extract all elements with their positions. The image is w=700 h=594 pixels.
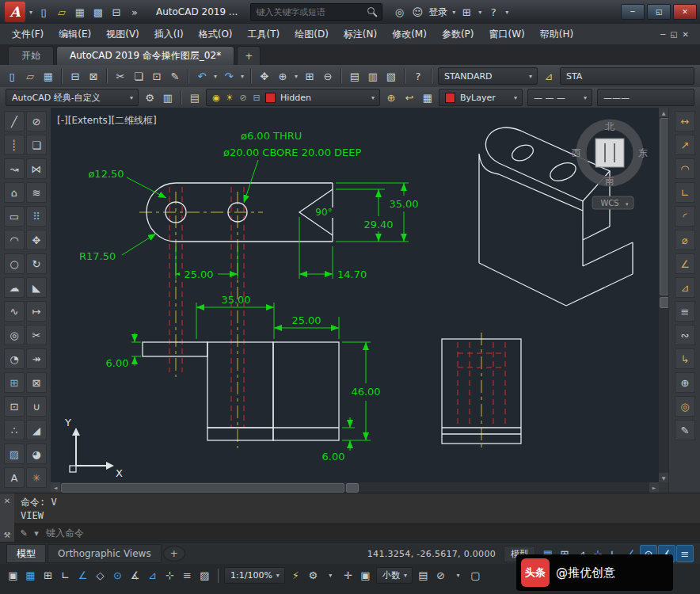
- tolerance-icon[interactable]: ⊕: [675, 372, 695, 393]
- paste-icon[interactable]: ⊡: [148, 67, 165, 85]
- menu-item-2[interactable]: 视图(V): [99, 24, 146, 44]
- stretch-icon[interactable]: ↦: [26, 301, 47, 322]
- copy-icon[interactable]: ❏: [130, 67, 147, 85]
- quick-properties-icon[interactable]: ▤: [415, 567, 432, 584]
- tab-start[interactable]: 开始: [8, 46, 54, 65]
- help-question-icon[interactable]: ?: [409, 67, 427, 85]
- dim-ordinate-icon[interactable]: ∟: [675, 182, 695, 203]
- a360-icon[interactable]: ◎: [390, 3, 408, 21]
- viewcube-south-label[interactable]: 南: [605, 175, 614, 186]
- layer-combo[interactable]: ◉☀⊘⊟ Hidden ▾: [206, 89, 380, 106]
- hatch-icon[interactable]: ▨: [4, 444, 25, 464]
- menu-item-5[interactable]: 工具(T): [241, 24, 287, 44]
- doc-minimize-icon[interactable]: ─: [660, 30, 665, 39]
- viewcube-east-label[interactable]: 东: [638, 147, 648, 158]
- lineweight-toggle-icon[interactable]: ≡: [179, 567, 196, 584]
- menu-item-4[interactable]: 格式(O): [192, 24, 240, 44]
- layer-plot-icon[interactable]: ⊟: [250, 91, 263, 104]
- fillet-icon[interactable]: ◕: [26, 444, 47, 464]
- center-mark-icon[interactable]: ◎: [675, 396, 695, 417]
- tool-palettes-icon[interactable]: ▧: [382, 67, 400, 85]
- plot-preview-icon[interactable]: ⊠: [85, 67, 102, 85]
- viewport-controls-label[interactable]: [-][Extents][二维线框]: [57, 115, 157, 126]
- command-prompt[interactable]: 键入命令: [46, 527, 84, 540]
- new-layout-button[interactable]: +: [163, 546, 185, 562]
- dyn-input-toggle-icon[interactable]: ⊹: [162, 567, 178, 584]
- trim-icon[interactable]: ✂: [26, 325, 47, 345]
- qopen-icon[interactable]: ▱: [53, 3, 70, 21]
- erase-icon[interactable]: ⊘: [26, 111, 47, 131]
- undo-caret-icon[interactable]: ▾: [211, 67, 219, 85]
- isodraft-toggle-icon[interactable]: ◇: [92, 567, 108, 584]
- store-caret-icon[interactable]: ▾: [476, 3, 484, 21]
- signin-caret-icon[interactable]: ▾: [450, 3, 458, 21]
- doc-close-icon[interactable]: ✕: [683, 30, 689, 39]
- dim-style-combo[interactable]: STA: [560, 67, 694, 85]
- menu-item-3[interactable]: 插入(I): [147, 24, 191, 44]
- zoom-window-icon[interactable]: ⊞: [301, 67, 318, 85]
- lock-ui-caret-icon[interactable]: ▾: [450, 567, 466, 584]
- move-icon[interactable]: ✥: [26, 230, 47, 250]
- lock-ui-icon[interactable]: ⊘: [432, 567, 449, 584]
- caret-icon[interactable]: ▾: [370, 94, 376, 101]
- zoom-previous-icon[interactable]: ⊖: [319, 67, 337, 85]
- polygon-icon[interactable]: ⌂: [4, 182, 25, 203]
- qnew-icon[interactable]: ▯: [35, 3, 52, 21]
- point-icon[interactable]: ∴: [4, 420, 25, 440]
- line-tool-icon[interactable]: ╱: [4, 111, 25, 131]
- menu-item-1[interactable]: 编辑(E): [51, 24, 98, 44]
- dim-aligned-icon[interactable]: ↗: [675, 135, 695, 155]
- qsave-icon[interactable]: ▦: [71, 3, 89, 21]
- user-icon[interactable]: ☺: [409, 3, 426, 21]
- new-tab-button[interactable]: +: [237, 46, 261, 65]
- insert-block-icon[interactable]: ⊞: [4, 372, 25, 393]
- layer-states-icon[interactable]: ▦: [419, 89, 436, 106]
- tab-active-drawing[interactable]: AutoCAD 2019 命令操作图层_02*: [56, 46, 234, 65]
- break-icon[interactable]: ⊠: [26, 372, 47, 393]
- undo-icon[interactable]: ↶: [193, 67, 211, 85]
- mirror-icon[interactable]: ⋈: [26, 158, 47, 179]
- dim-baseline-icon[interactable]: ≡: [675, 301, 695, 322]
- otrack-toggle-icon[interactable]: ∡: [127, 567, 143, 584]
- scroll-right-button[interactable]: ►: [649, 482, 659, 493]
- revision-cloud-icon[interactable]: ☁: [4, 277, 25, 298]
- mtext-icon[interactable]: A: [4, 467, 25, 488]
- polyline-icon[interactable]: ↝: [4, 158, 25, 179]
- viewcube-face[interactable]: [595, 139, 624, 167]
- command-caret-icon[interactable]: ▾: [30, 527, 43, 540]
- cut-icon[interactable]: ✂: [112, 67, 129, 85]
- zoom-realtime-icon[interactable]: ⊕: [274, 67, 291, 85]
- linetype-combo[interactable]: — — — ▾: [527, 89, 592, 106]
- redo-caret-icon[interactable]: ▾: [238, 67, 246, 85]
- circle-icon[interactable]: ○: [4, 253, 25, 274]
- dim-continue-icon[interactable]: ∾: [675, 325, 695, 345]
- drawing-canvas[interactable]: [-][Extents][二维线框]: [51, 108, 668, 493]
- horizontal-scroll-thumb[interactable]: [61, 483, 344, 493]
- scale-icon[interactable]: ◣: [26, 277, 47, 298]
- clean-screen-icon[interactable]: ▢: [467, 567, 484, 584]
- dim-arc-length-icon[interactable]: ◠: [675, 158, 695, 179]
- transparency-toggle-icon[interactable]: ▨: [196, 567, 213, 584]
- lineweight-combo[interactable]: ———: [597, 89, 694, 106]
- redo-icon[interactable]: ↷: [220, 67, 238, 85]
- workspace-combo[interactable]: AutoCAD 经典-自定义 ▾: [6, 89, 139, 106]
- layout-tab-orthographic-views[interactable]: Orthographic Views: [48, 544, 162, 563]
- workspace-switch-icon[interactable]: ⚙: [305, 567, 321, 584]
- dim-radius-icon[interactable]: ◜: [675, 206, 695, 227]
- crosshair-icon[interactable]: ✛: [340, 567, 356, 584]
- join-icon[interactable]: ∪: [26, 396, 47, 417]
- hardware-accel-icon[interactable]: ▣: [357, 567, 374, 584]
- menu-item-9[interactable]: 参数(P): [435, 24, 481, 44]
- lineweight-display-icon[interactable]: ≡: [676, 545, 694, 562]
- qplot-icon[interactable]: ⊟: [108, 3, 125, 21]
- menu-item-8[interactable]: 修改(M): [385, 24, 434, 44]
- chamfer-icon[interactable]: ◢: [26, 420, 47, 440]
- caret-icon[interactable]: ▾: [402, 572, 409, 579]
- ortho-toggle-icon[interactable]: ∟: [57, 567, 74, 584]
- layer-freeze-sun-icon[interactable]: ☀: [223, 91, 236, 104]
- signin-label[interactable]: 登录: [428, 6, 447, 19]
- new-icon[interactable]: ▯: [3, 67, 21, 85]
- app-logo-icon[interactable]: A: [5, 2, 25, 22]
- offset-icon[interactable]: ≋: [26, 182, 47, 203]
- polar-toggle-icon[interactable]: ∠: [74, 567, 91, 584]
